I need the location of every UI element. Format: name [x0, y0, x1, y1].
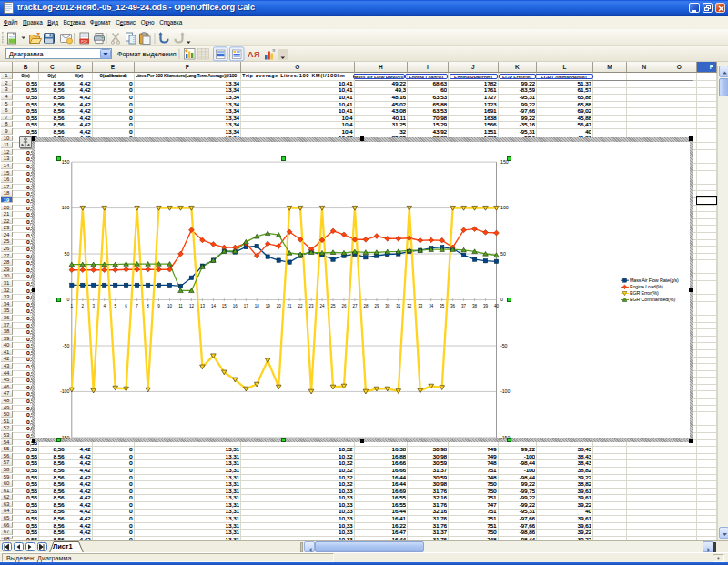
svg-text:-50: -50	[62, 342, 69, 348]
svg-text:3: 3	[92, 304, 95, 308]
svg-text:30: 30	[385, 304, 390, 308]
svg-text:23: 23	[308, 304, 314, 308]
svg-text:32: 32	[407, 304, 412, 308]
svg-text:50: 50	[64, 250, 69, 256]
svg-text:24: 24	[319, 304, 325, 308]
svg-text:7: 7	[136, 304, 138, 308]
svg-text:PDF: PDF	[81, 39, 88, 43]
svg-text:22: 22	[298, 304, 303, 308]
svg-text:39: 39	[482, 304, 488, 308]
svg-text:12: 12	[188, 304, 194, 308]
svg-text:EGR Commanded(%): EGR Commanded(%)	[630, 297, 675, 302]
svg-text:15: 15	[221, 304, 227, 308]
svg-text:Mass Air Flow Rate(g/s): Mass Air Flow Rate(g/s)	[630, 277, 679, 283]
svg-text:0: 0	[500, 297, 503, 302]
svg-text:14: 14	[210, 304, 216, 308]
svg-text:21: 21	[287, 304, 292, 308]
svg-text:5: 5	[114, 304, 116, 308]
svg-text:2: 2	[81, 304, 84, 308]
svg-text:25: 25	[330, 304, 336, 308]
svg-text:31: 31	[396, 304, 401, 308]
svg-text:6: 6	[125, 304, 127, 308]
svg-text:-100: -100	[500, 388, 510, 394]
svg-text:-50: -50	[500, 342, 508, 348]
svg-text:28: 28	[363, 304, 369, 308]
svg-text:34: 34	[429, 304, 434, 308]
svg-text:-100: -100	[59, 388, 68, 394]
svg-text:8: 8	[147, 304, 149, 308]
svg-text:19: 19	[265, 304, 270, 308]
svg-text:36: 36	[450, 304, 456, 308]
svg-text:100: 100	[61, 205, 69, 210]
svg-text:38: 38	[472, 304, 478, 308]
svg-text:27: 27	[352, 304, 358, 308]
svg-text:Engine Load(%): Engine Load(%)	[630, 284, 663, 289]
svg-text:17: 17	[243, 304, 248, 308]
svg-text:11: 11	[178, 304, 183, 308]
svg-text:4: 4	[103, 304, 106, 308]
svg-text:50: 50	[500, 250, 506, 256]
svg-text:10: 10	[167, 304, 172, 308]
svg-text:37: 37	[461, 304, 467, 308]
svg-text:29: 29	[374, 304, 379, 308]
svg-text:40: 40	[493, 304, 499, 308]
svg-text:20: 20	[276, 304, 281, 308]
svg-text:33: 33	[418, 304, 423, 308]
svg-text:0: 0	[66, 297, 69, 302]
svg-text:А: А	[248, 50, 254, 59]
svg-text:1: 1	[70, 304, 73, 308]
svg-text:26: 26	[341, 304, 347, 308]
svg-text:Я: Я	[254, 50, 259, 59]
svg-text:35: 35	[440, 304, 445, 308]
svg-text:EGR Error(%): EGR Error(%)	[630, 290, 659, 296]
svg-text:100: 100	[500, 205, 509, 210]
svg-text:9: 9	[157, 304, 160, 308]
svg-text:150: 150	[61, 158, 69, 164]
svg-text:13: 13	[199, 304, 205, 308]
svg-text:16: 16	[232, 304, 238, 308]
svg-text:18: 18	[254, 304, 259, 308]
